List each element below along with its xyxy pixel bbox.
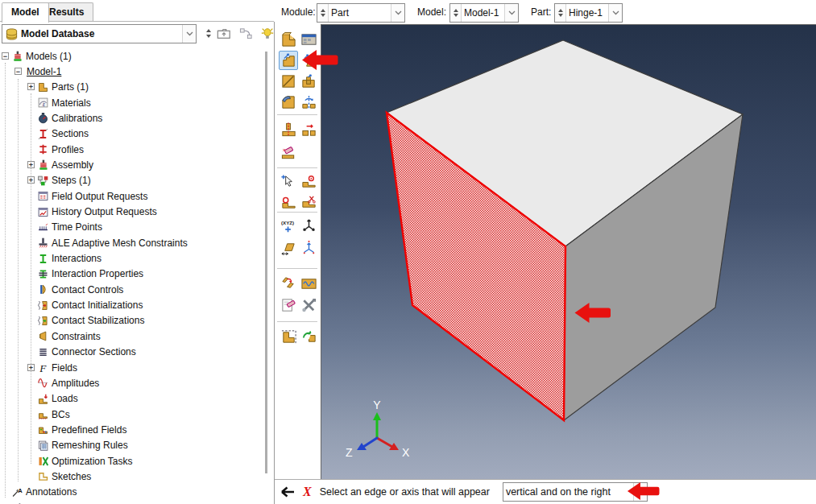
tree-item-label[interactable]: Annotations bbox=[26, 486, 77, 498]
tree-item-label[interactable]: ALE Adaptive Mesh Constraints bbox=[52, 238, 188, 249]
part-combo[interactable]: Hinge-1 bbox=[554, 3, 623, 23]
tree-item-label[interactable]: Profiles bbox=[52, 144, 84, 155]
trim-tool-icon[interactable] bbox=[299, 192, 318, 212]
module-combo[interactable]: Part bbox=[317, 3, 405, 23]
tree-item-steps-1[interactable]: +Steps (1) bbox=[0, 173, 263, 188]
datum-3pt-tool-icon[interactable] bbox=[299, 238, 318, 258]
tree-item-label[interactable]: Interactions bbox=[52, 253, 101, 264]
tree-item-assembly[interactable]: +Assembly bbox=[0, 157, 263, 172]
tree-item-materials[interactable]: εMaterials bbox=[0, 95, 263, 110]
tree-item-interaction-properties[interactable]: Interaction Properties bbox=[0, 266, 263, 282]
tree-item-contact-stabilizations[interactable]: Contact Stabilizations bbox=[0, 313, 263, 328]
tree-item-label[interactable]: Remeshing Rules bbox=[52, 440, 128, 451]
tree-scrollbar[interactable] bbox=[265, 52, 267, 473]
erase-tool-icon[interactable] bbox=[279, 295, 298, 315]
tree-item-interactions[interactable]: Interactions bbox=[0, 251, 263, 266]
datum-plane-tool-icon[interactable] bbox=[279, 238, 298, 258]
mirror-tool-icon[interactable] bbox=[299, 93, 318, 112]
tree-item-amplitudes[interactable]: Amplitudes bbox=[0, 375, 263, 390]
tab-model[interactable]: Model bbox=[2, 2, 49, 23]
tree-item-label[interactable]: Fields bbox=[52, 362, 77, 374]
tree-item-label[interactable]: Parts (1) bbox=[52, 81, 89, 93]
tree-item-loads[interactable]: Loads bbox=[0, 391, 263, 407]
datum-xyz-tool-icon[interactable]: (XYZ) bbox=[279, 216, 298, 235]
tree-item-models-1[interactable]: −Models (1) bbox=[0, 48, 263, 64]
tree-item-history-output-requests[interactable]: History Output Requests bbox=[0, 204, 263, 220]
direction-combo[interactable]: vertical and on the right bbox=[503, 482, 648, 502]
parent-directory-icon[interactable] bbox=[214, 24, 233, 43]
viewport-3d[interactable]: Y X Z bbox=[321, 24, 816, 479]
tree-item-profiles[interactable]: Profiles bbox=[0, 142, 263, 157]
tree-item-label[interactable]: Interaction Properties bbox=[52, 268, 143, 279]
partition-face-tool-icon[interactable] bbox=[279, 120, 298, 139]
tree-item-label[interactable]: Predefined Fields bbox=[52, 424, 126, 436]
query-tool-icon[interactable] bbox=[279, 171, 298, 191]
chevron-down-icon[interactable] bbox=[608, 4, 622, 22]
tree-item-time-points[interactable]: Time Points bbox=[0, 220, 263, 235]
tree-item-optimization-tasks[interactable]: Optimization Tasks bbox=[0, 453, 263, 469]
model-link-icon[interactable] bbox=[237, 24, 255, 43]
chevron-down-icon[interactable] bbox=[391, 4, 404, 22]
tree-item-label[interactable]: Amplitudes bbox=[52, 378, 99, 389]
tree-item-sketches[interactable]: Sketches bbox=[0, 469, 263, 484]
expand-expander-icon[interactable]: + bbox=[27, 161, 35, 168]
datum-axis2-tool-icon[interactable] bbox=[279, 192, 298, 212]
tree-item-label[interactable]: Contact Controls bbox=[52, 284, 123, 295]
tree-item-label[interactable]: Contact Stabilizations bbox=[52, 315, 144, 326]
tree-item-remeshing-rules[interactable]: Remeshing Rules bbox=[0, 438, 263, 453]
tree-item-label[interactable]: Sketches bbox=[52, 471, 91, 482]
tree-item-label[interactable]: Contact Initializations bbox=[52, 300, 143, 311]
tree-item-predefined-fields[interactable]: Predefined Fields bbox=[0, 422, 263, 437]
repair-tool-icon[interactable] bbox=[299, 327, 318, 346]
tree-item-label[interactable]: Time Points bbox=[52, 221, 102, 233]
create-solid-tool-icon[interactable] bbox=[279, 51, 298, 70]
tree-item-label[interactable]: Steps (1) bbox=[52, 175, 91, 186]
spinner-icon[interactable] bbox=[555, 4, 566, 22]
create-round-tool-icon[interactable] bbox=[279, 93, 298, 112]
tree-item-analysis[interactable]: −Analysis bbox=[0, 500, 263, 504]
spinner-icon[interactable] bbox=[317, 4, 329, 22]
tree-item-label[interactable]: BCs bbox=[52, 409, 70, 420]
tree-item-parts-1[interactable]: +Parts (1) bbox=[0, 80, 263, 95]
tree-item-label[interactable]: Model-1 bbox=[27, 66, 61, 77]
tree-item-connector-sections[interactable]: Connector Sections bbox=[0, 345, 263, 360]
tree-item-constraints[interactable]: Constraints bbox=[0, 328, 263, 344]
tree-item-calibrations[interactable]: Calibrations bbox=[0, 110, 263, 126]
datum-triad-tool-icon[interactable] bbox=[299, 216, 318, 235]
collapse-expander-icon[interactable]: − bbox=[14, 68, 22, 75]
expand-expander-icon[interactable]: + bbox=[27, 364, 35, 371]
tree-item-label[interactable]: Constraints bbox=[52, 331, 101, 342]
model-database-combo[interactable]: Model Database bbox=[2, 24, 197, 43]
datum-point-tool-icon[interactable] bbox=[299, 171, 318, 191]
chevron-down-icon[interactable] bbox=[182, 25, 196, 43]
tools-tool-icon[interactable] bbox=[299, 295, 318, 315]
create-part-tool-icon[interactable] bbox=[279, 30, 298, 49]
create-wire-tool-icon[interactable] bbox=[279, 72, 298, 91]
back-arrow-icon[interactable] bbox=[280, 485, 296, 498]
tree-item-label[interactable]: Optimization Tasks bbox=[52, 456, 132, 467]
tree-item-label[interactable]: Materials bbox=[52, 97, 91, 109]
tree-item-fields[interactable]: +FFields bbox=[0, 360, 263, 375]
collapse-expander-icon[interactable]: − bbox=[2, 52, 9, 60]
tree-item-contact-controls[interactable]: Contact Controls bbox=[0, 282, 263, 297]
cancel-x-icon[interactable]: X bbox=[303, 485, 312, 499]
tree-item-label[interactable]: Field Output Requests bbox=[52, 191, 147, 202]
sketch-wave-tool-icon[interactable] bbox=[299, 274, 318, 293]
tree-item-label[interactable]: Assembly bbox=[52, 159, 93, 171]
delete-feature-tool-icon[interactable] bbox=[279, 143, 298, 163]
expand-expander-icon[interactable]: + bbox=[27, 83, 35, 90]
tree-item-field-output-requests[interactable]: Field Output Requests bbox=[0, 188, 263, 204]
tree-item-model-1[interactable]: −Model-1 bbox=[0, 64, 263, 79]
tree-item-label[interactable]: History Output Requests bbox=[52, 206, 157, 217]
tree-item-label[interactable]: Loads bbox=[52, 393, 78, 404]
mesh-part-tool-icon[interactable] bbox=[279, 327, 298, 346]
flip-normal-tool-icon[interactable] bbox=[279, 274, 298, 293]
tree-item-label[interactable]: Connector Sections bbox=[52, 346, 136, 357]
tree-item-sections[interactable]: Sections bbox=[0, 126, 263, 142]
partition-edge-tool-icon[interactable] bbox=[299, 120, 318, 139]
model-combo[interactable]: Model-1 bbox=[449, 3, 519, 23]
spinner-icon[interactable] bbox=[450, 4, 462, 22]
create-cut-tool-icon[interactable] bbox=[299, 72, 318, 91]
tree-item-label[interactable]: Calibrations bbox=[52, 113, 102, 124]
tree-item-annotations[interactable]: AAnnotations bbox=[0, 485, 263, 500]
